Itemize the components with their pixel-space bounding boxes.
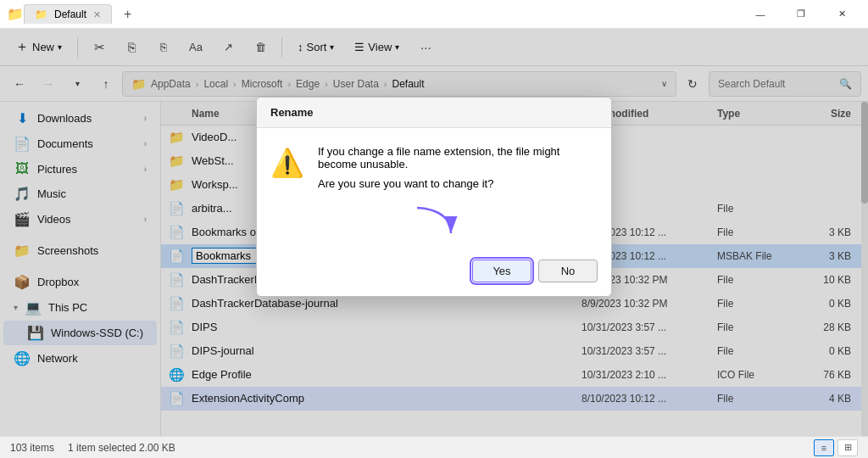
arrow-svg [409, 204, 459, 246]
modal-line1: If you change a file name extension, the… [318, 145, 598, 170]
minimize-button[interactable]: — [741, 0, 780, 29]
modal-body: ⚠️ If you change a file name extension, … [257, 128, 611, 296]
no-button[interactable]: No [538, 260, 598, 282]
selected-info: 1 item selected 2.00 KB [68, 442, 175, 454]
tab-close-icon[interactable]: ✕ [93, 9, 101, 20]
folder-icon: 📁 [7, 6, 24, 22]
rename-dialog: Rename ⚠️ If you change a file name exte… [256, 97, 612, 297]
add-tab-button[interactable]: + [115, 3, 140, 25]
modal-text-block: If you change a file name extension, the… [318, 145, 598, 190]
modal-title: Rename [257, 98, 611, 128]
modal-overlay: Rename ⚠️ If you change a file name exte… [0, 29, 868, 436]
modal-content: ⚠️ If you change a file name extension, … [270, 145, 598, 190]
close-button[interactable]: ✕ [822, 0, 861, 29]
title-bar: 📁 📁 Default ✕ + — ❐ ✕ [0, 0, 868, 29]
tab-folder-icon: 📁 [35, 8, 47, 20]
modal-buttons: Yes No [270, 260, 598, 282]
yes-button[interactable]: Yes [472, 260, 531, 282]
status-bar: 103 items 1 item selected 2.00 KB ≡ ⊞ [0, 436, 868, 458]
title-tab[interactable]: 📁 Default ✕ [24, 4, 112, 24]
maximize-button[interactable]: ❐ [782, 0, 821, 29]
modal-line2: Are you sure you want to change it? [318, 177, 598, 190]
items-count: 103 items [10, 442, 54, 454]
modal-arrow [270, 204, 598, 246]
tab-title: Default [54, 8, 86, 20]
window-controls: — ❐ ✕ [741, 0, 861, 29]
warning-icon: ⚠️ [270, 147, 304, 179]
view-toggle: ≡ ⊞ [814, 439, 858, 456]
grid-view-button[interactable]: ⊞ [837, 439, 858, 456]
list-view-button[interactable]: ≡ [814, 439, 834, 456]
